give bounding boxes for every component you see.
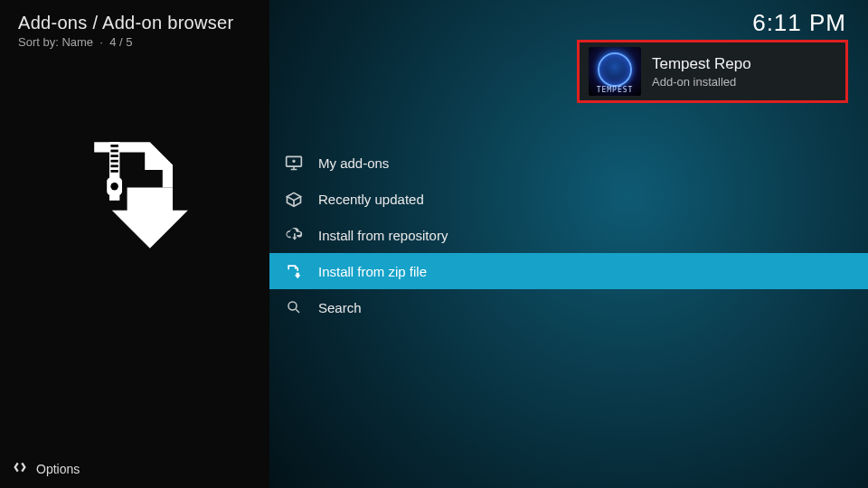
category-icon-area	[0, 52, 269, 449]
sort-label: Sort by: Name	[18, 35, 93, 49]
menu-search[interactable]: Search	[269, 289, 868, 325]
notification-thumbnail: TEMPEST	[589, 47, 641, 96]
options-label: Options	[36, 462, 80, 476]
menu-label: Recently updated	[318, 192, 424, 207]
svg-rect-3	[110, 155, 118, 157]
main-panel: 6:11 PM My add-ons Recently updated Inst…	[269, 0, 868, 488]
svg-rect-4	[110, 160, 118, 163]
notification-subtitle: Add-on installed	[652, 75, 751, 89]
install-notification: TEMPEST Tempest Repo Add-on installed	[577, 40, 848, 103]
zip-file-icon	[284, 261, 304, 281]
options-button[interactable]: Options	[0, 449, 269, 488]
list-position: 4 / 5	[109, 35, 132, 49]
zip-download-icon	[71, 132, 198, 258]
notification-text: Tempest Repo Add-on installed	[652, 55, 751, 89]
sort-position-line: Sort by: Name · 4 / 5	[18, 35, 251, 49]
thumb-label: TEMPEST	[589, 86, 641, 94]
cloud-download-icon	[284, 225, 304, 245]
menu-label: Install from zip file	[318, 264, 427, 279]
notification-title: Tempest Repo	[652, 55, 751, 73]
svg-rect-1	[110, 145, 118, 147]
menu-my-addons[interactable]: My add-ons	[269, 145, 868, 181]
clock: 6:11 PM	[752, 9, 846, 37]
menu-install-repository[interactable]: Install from repository	[269, 217, 868, 253]
sidebar: Add-ons / Add-on browser Sort by: Name ·…	[0, 0, 269, 488]
svg-rect-5	[110, 164, 118, 167]
menu-install-zip[interactable]: Install from zip file	[269, 253, 868, 289]
monitor-icon	[284, 153, 304, 173]
menu-label: Install from repository	[318, 228, 448, 243]
svg-point-8	[110, 183, 118, 190]
svg-point-10	[288, 302, 297, 310]
svg-rect-6	[110, 170, 118, 173]
menu-label: Search	[318, 300, 362, 315]
svg-rect-2	[110, 150, 118, 153]
open-box-icon	[284, 189, 304, 209]
sidebar-header: Add-ons / Add-on browser Sort by: Name ·…	[0, 0, 269, 52]
options-icon	[13, 460, 27, 477]
menu-recently-updated[interactable]: Recently updated	[269, 181, 868, 217]
search-icon	[284, 297, 304, 317]
menu-label: My add-ons	[318, 155, 389, 171]
breadcrumb: Add-ons / Add-on browser	[18, 13, 251, 33]
addon-menu: My add-ons Recently updated Install from…	[269, 145, 868, 325]
